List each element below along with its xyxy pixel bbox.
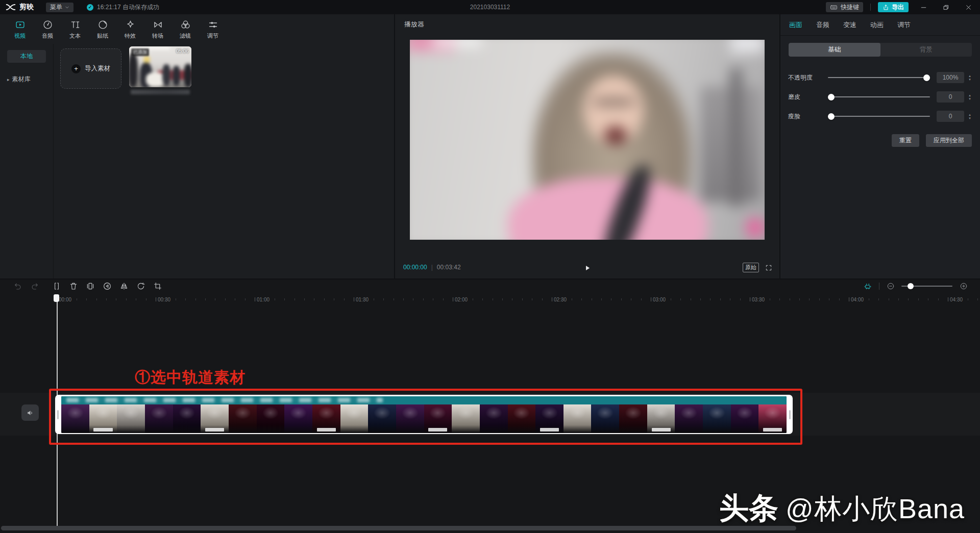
original-quality-button[interactable]: 原始 bbox=[743, 263, 759, 272]
media-tab-sticker[interactable]: 贴纸 bbox=[89, 17, 116, 40]
subtab-background[interactable]: 背景 bbox=[880, 43, 972, 57]
slider-thumb[interactable] bbox=[923, 74, 930, 81]
minimize-button[interactable] bbox=[916, 1, 931, 13]
total-duration: 00:03:42 bbox=[437, 264, 461, 271]
inspector-tab-animation[interactable]: 动画 bbox=[870, 20, 884, 30]
media-tab-transition[interactable]: 转场 bbox=[144, 17, 172, 40]
media-tab-adjust[interactable]: 调节 bbox=[199, 17, 227, 40]
annotation-text: ①选中轨道素材 bbox=[135, 367, 246, 388]
slider-row-opacity: 不透明度100%▴▾ bbox=[788, 68, 973, 87]
ruler-tick-minor bbox=[760, 298, 760, 300]
ruler-tick-minor bbox=[86, 298, 87, 300]
undo-button[interactable] bbox=[13, 282, 22, 291]
timeline-ruler[interactable]: 00:0000:3001:0001:3002:0002:3003:0003:30… bbox=[0, 295, 980, 306]
freeze-frame-button[interactable] bbox=[86, 282, 95, 291]
restore-button[interactable] bbox=[938, 1, 953, 13]
ruler-tick-minor bbox=[770, 298, 770, 300]
slider-track-opacity[interactable] bbox=[828, 77, 930, 78]
stepper-down-icon[interactable]: ▾ bbox=[969, 97, 971, 100]
slider-value-slim-face[interactable]: 0 bbox=[937, 111, 964, 122]
media-tab-audio[interactable]: 音频 bbox=[34, 17, 61, 40]
ruler-tick-minor bbox=[66, 298, 67, 300]
slider-track-smooth-skin[interactable] bbox=[828, 96, 930, 97]
ruler-tick-minor bbox=[809, 298, 810, 300]
snap-toggle-button[interactable] bbox=[863, 282, 872, 291]
slider-thumb[interactable] bbox=[828, 94, 835, 100]
ruler-tick-major bbox=[552, 297, 552, 301]
zoom-out-button[interactable] bbox=[886, 282, 895, 291]
crop-icon bbox=[153, 282, 162, 291]
slider-thumb[interactable] bbox=[828, 113, 835, 120]
media-tab-label: 视频 bbox=[14, 32, 26, 40]
play-button[interactable] bbox=[581, 262, 594, 274]
sidebar-item-local[interactable]: 本地 bbox=[7, 50, 46, 63]
autosave-status: ✓ 16:21:17 自动保存成功 bbox=[87, 3, 159, 12]
zoom-slider-thumb[interactable] bbox=[908, 283, 914, 289]
inspector-tab-adjust[interactable]: 调节 bbox=[897, 20, 911, 30]
ruler-tick-minor bbox=[363, 298, 364, 300]
ruler-tick-minor bbox=[660, 298, 661, 300]
media-tab-filter[interactable]: 滤镜 bbox=[172, 17, 199, 40]
media-item-card[interactable]: 已添加 05:06 bbox=[129, 46, 191, 87]
import-media-button[interactable]: + 导入素材 bbox=[60, 48, 121, 89]
sidebar-item-library[interactable]: ▸素材库 bbox=[7, 73, 46, 86]
apply-to-all-button[interactable]: 应用到全部 bbox=[926, 134, 972, 147]
stepper-down-icon[interactable]: ▾ bbox=[969, 78, 971, 81]
ruler-tick-minor bbox=[977, 298, 978, 300]
inspector-tab-audio[interactable]: 音频 bbox=[816, 20, 829, 30]
redo-button[interactable] bbox=[30, 282, 39, 291]
speaker-icon bbox=[26, 409, 35, 417]
player-controls: 00:00:00 | 00:03:42 原始 bbox=[395, 262, 779, 274]
ruler-tick-minor bbox=[898, 298, 899, 300]
sticker-icon bbox=[97, 19, 108, 30]
slider-value-smooth-skin[interactable]: 0 bbox=[937, 91, 964, 103]
inspector-tab-speed[interactable]: 变速 bbox=[843, 20, 856, 30]
audio-icon bbox=[42, 19, 53, 30]
ruler-tick-minor bbox=[176, 298, 176, 300]
main-area: 视频音频文本贴纸特效转场滤镜调节 本地▸素材库 + 导入素材 bbox=[0, 14, 980, 278]
stepper-smooth-skin: ▴▾ bbox=[967, 93, 973, 100]
ruler-tick-minor bbox=[908, 298, 909, 300]
app-name: 剪映 bbox=[19, 3, 34, 12]
slider-label: 不透明度 bbox=[788, 73, 828, 82]
ruler-tick-minor bbox=[680, 298, 681, 300]
fullscreen-button[interactable] bbox=[765, 264, 772, 271]
reverse-button[interactable] bbox=[103, 282, 112, 291]
horizontal-scrollbar[interactable] bbox=[1, 526, 796, 530]
stepper-up-icon[interactable]: ▴ bbox=[969, 74, 971, 78]
ruler-tick-minor bbox=[621, 298, 622, 300]
stepper-up-icon[interactable]: ▴ bbox=[969, 93, 971, 97]
delete-button[interactable] bbox=[69, 282, 78, 291]
zoom-in-button[interactable] bbox=[959, 282, 968, 291]
reset-button[interactable]: 重置 bbox=[892, 134, 919, 147]
video-frame-blurred bbox=[410, 40, 765, 240]
mute-track-button[interactable] bbox=[21, 404, 39, 421]
media-tab-text[interactable]: 文本 bbox=[61, 17, 89, 40]
ruler-tick-minor bbox=[968, 298, 968, 300]
stepper-up-icon[interactable]: ▴ bbox=[969, 113, 971, 116]
ruler-tick-minor bbox=[799, 298, 800, 300]
subtab-basic[interactable]: 基础 bbox=[789, 43, 880, 57]
slider-row-slim-face: 瘦脸0▴▾ bbox=[788, 107, 973, 126]
stepper-down-icon[interactable]: ▾ bbox=[969, 116, 971, 120]
mirror-button[interactable] bbox=[119, 282, 129, 291]
media-grid: + 导入素材 已添加 05:06 bbox=[53, 44, 394, 278]
inspector-tab-picture[interactable]: 画面 bbox=[789, 20, 802, 30]
rotate-button[interactable] bbox=[136, 282, 145, 291]
ruler-tick-minor bbox=[195, 298, 196, 300]
menu-button[interactable]: 菜单 bbox=[46, 3, 74, 12]
shortcuts-button[interactable]: 快捷键 bbox=[826, 2, 863, 12]
slider-track-slim-face[interactable] bbox=[828, 116, 930, 117]
split-button[interactable] bbox=[52, 282, 61, 291]
export-button[interactable]: 导出 bbox=[878, 2, 909, 12]
timeline-zoom-slider[interactable] bbox=[901, 286, 952, 287]
ruler-tick-minor bbox=[542, 298, 543, 300]
ruler-tick-minor bbox=[839, 298, 840, 300]
ruler-tick-minor bbox=[165, 298, 166, 300]
media-tab-effects[interactable]: 特效 bbox=[116, 17, 144, 40]
playhead-handle[interactable] bbox=[54, 294, 59, 302]
media-tab-video[interactable]: 视频 bbox=[6, 17, 34, 40]
slider-value-opacity[interactable]: 100% bbox=[937, 72, 964, 83]
close-button[interactable] bbox=[961, 1, 976, 13]
crop-button[interactable] bbox=[153, 282, 162, 291]
